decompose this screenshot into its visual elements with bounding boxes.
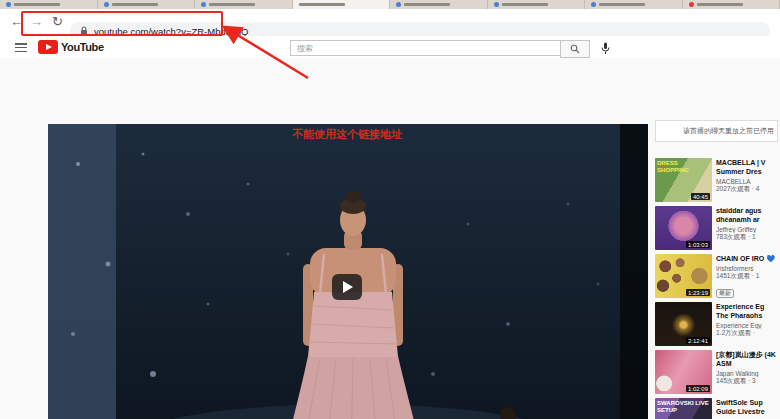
suggested-video-channel: Experience Egy <box>716 322 778 329</box>
browser-tab[interactable] <box>488 0 586 9</box>
annotation-warning-text: 不能使用这个链接地址 <box>292 127 402 142</box>
youtube-play-icon <box>38 40 58 54</box>
url-text: youtube.com/watch?v=ZR-MbdglIhQ <box>94 26 248 37</box>
video-thumbnail[interactable]: DRESS SHOPPING 40:45 <box>655 158 712 202</box>
video-thumbnail[interactable]: 1:23:19 <box>655 254 712 298</box>
suggested-video-meta: 783次观看 · 1 <box>716 233 778 242</box>
menu-icon[interactable] <box>15 43 27 52</box>
lock-icon <box>80 26 88 36</box>
mic-icon <box>601 42 610 55</box>
suggested-video-item[interactable]: 1:03:03 staiddar agus dhéanamh ar Jeffre… <box>655 206 778 250</box>
browser-tab[interactable] <box>98 0 196 9</box>
browser-tab[interactable] <box>585 0 683 9</box>
tab-favicon-icon <box>201 2 206 7</box>
duration-badge: 1:02:09 <box>686 385 710 392</box>
browser-tab[interactable] <box>390 0 488 9</box>
suggested-video-item[interactable]: 1:23:19 CHAIN OF IRO 💙 Irishsformers 145… <box>655 254 778 298</box>
suggested-video-title: SwiftSole Sup Guide Livestre <box>716 398 778 416</box>
suggested-video-title: Experience Eg The Pharaohs <box>716 302 778 320</box>
new-badge: 最新 <box>716 289 734 298</box>
browser-tab-active[interactable] <box>293 0 391 9</box>
suggested-video-meta: 1451次观看 · 1 <box>716 272 778 281</box>
suggested-video-item[interactable]: SWAROVSKI LIVE SETUP 37:26 SwiftSole Sup… <box>655 398 778 419</box>
browser-tab[interactable] <box>683 0 780 9</box>
tab-favicon-icon <box>6 2 11 7</box>
suggested-video-meta: 1.2万次观看 · <box>716 329 778 338</box>
mic-button[interactable] <box>598 39 612 57</box>
duration-badge: 40:45 <box>691 193 710 200</box>
youtube-logo[interactable]: YouTube <box>38 40 104 54</box>
suggested-video-channel: Jeffrey Griffey <box>716 226 778 233</box>
search-icon <box>570 44 580 54</box>
duration-badge: 2:12:41 <box>686 337 710 344</box>
tab-favicon-icon <box>104 2 109 7</box>
video-player[interactable]: 不能使用这个链接地址 0:00 / 6:43 <box>48 124 648 419</box>
video-thumbnail[interactable]: 1:03:03 <box>655 206 712 250</box>
suggested-video-channel: MACBELLA <box>716 178 778 185</box>
chat-replay-notice: 该首播的聊天重放之前已停用 <box>655 120 778 142</box>
forward-button[interactable]: → <box>30 12 43 32</box>
thumbnail-label: DRESS SHOPPING <box>657 160 709 173</box>
page-content: 不能使用这个链接地址 0:00 / 6:43 <box>0 58 780 419</box>
suggested-video-title: CHAIN OF IRO 💙 <box>716 254 778 263</box>
browser-tab[interactable] <box>195 0 293 9</box>
search-button[interactable] <box>560 40 590 58</box>
suggested-video-meta: 145次观看 · 3 <box>716 377 778 386</box>
video-thumbnail[interactable]: 1:02:09 <box>655 350 712 394</box>
duration-badge: 1:03:03 <box>686 241 710 248</box>
suggested-video-meta: 2027次观看 · 4 <box>716 185 778 194</box>
suggested-video-item[interactable]: 1:02:09 [京都]岚山漫步 (4K ASM Japan Walking 1… <box>655 350 778 394</box>
suggested-video-title: MACBELLA | V Summer Dres <box>716 158 778 176</box>
suggested-video-title: [京都]岚山漫步 (4K ASM <box>716 350 778 368</box>
tab-favicon-icon <box>396 2 401 7</box>
suggested-video-title: staiddar agus dhéanamh ar <box>716 206 778 224</box>
reload-button[interactable]: ↻ <box>52 12 63 32</box>
video-frame <box>48 124 648 419</box>
suggested-video-channel: Irishsformers <box>716 265 778 272</box>
browser-tab[interactable] <box>0 0 98 9</box>
suggested-video-item[interactable]: 2:12:41 Experience Eg The Pharaohs Exper… <box>655 302 778 346</box>
browser-tab-strip <box>0 0 780 9</box>
play-overlay-button[interactable] <box>332 274 362 300</box>
tab-favicon-icon <box>494 2 499 7</box>
suggested-video-channel: Japan Walking <box>716 370 778 377</box>
browser-toolbar: ← → ↻ youtube.com/watch?v=ZR-MbdglIhQ <box>0 9 780 37</box>
youtube-logo-text: YouTube <box>61 41 104 53</box>
thumbnail-label: SWAROVSKI LIVE SETUP <box>657 400 709 413</box>
tab-favicon-icon <box>591 2 596 7</box>
search-input[interactable] <box>290 40 560 56</box>
video-thumbnail[interactable]: 2:12:41 <box>655 302 712 346</box>
duration-badge: 1:23:19 <box>686 289 710 296</box>
back-button[interactable]: ← <box>10 12 23 32</box>
video-thumbnail[interactable]: SWAROVSKI LIVE SETUP 37:26 <box>655 398 712 419</box>
tab-favicon-icon <box>689 2 694 7</box>
suggested-video-item[interactable]: DRESS SHOPPING 40:45 MACBELLA | V Summer… <box>655 158 778 202</box>
suggestions-list: DRESS SHOPPING 40:45 MACBELLA | V Summer… <box>655 158 778 419</box>
suggestions-sidebar: 该首播的聊天重放之前已停用 DRESS SHOPPING 40:45 MACBE… <box>655 120 778 419</box>
play-icon <box>343 281 353 293</box>
